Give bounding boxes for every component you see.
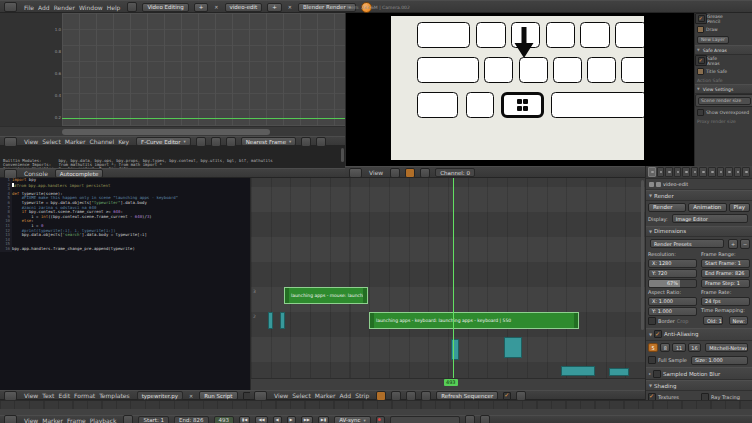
aa-filter-select[interactable]: Mitchell-Netravali [705,343,748,352]
panel-sampled-motion-blur[interactable]: ▸ Sampled Motion Blur [646,367,752,380]
insert-keyframe-icon[interactable] [465,415,475,423]
editor-type-icon[interactable] [4,2,17,12]
tab-render-layers-icon[interactable] [657,167,665,177]
add-scene-button[interactable]: + [267,3,282,12]
console-menu[interactable]: Console [22,170,50,177]
border-checkbox[interactable] [648,317,656,325]
auto-keyframe-record-icon[interactable] [376,416,385,423]
menu-item[interactable]: Playback [88,417,119,423]
tab-render-icon[interactable] [648,167,656,177]
menu-item[interactable]: Marker [40,417,65,423]
aa-size-field[interactable]: Size: 1.000 [691,356,748,365]
ghost-curves-icon[interactable] [211,137,221,147]
resolution-y-field[interactable]: Y: 720 [648,269,697,278]
panel-shading[interactable]: ▼ Shading [646,380,752,391]
playhead[interactable] [453,178,454,384]
sidebar-row[interactable]: Safe Areas [695,45,752,55]
sequencer-view-icon[interactable] [390,168,400,178]
sidebar-row[interactable]: Proxy render size [695,117,752,125]
sidebar-row[interactable]: Show Overexposed [695,107,752,117]
tab-texture-icon[interactable] [725,167,733,177]
jump-end-button[interactable]: ▶▮ [318,416,329,423]
text-editor[interactable]: 1 import bpy 2 #from bpy.app.handlers im… [0,178,250,390]
menu-item[interactable]: Window [77,4,105,11]
sequencer-strip-area[interactable]: 32 launching apps - mouse: launching app… [251,178,646,378]
jump-start-button[interactable]: ▮◀ [239,416,250,423]
console-editor-type-icon[interactable] [4,169,17,179]
vse-editor-type-icon[interactable] [254,391,267,401]
tab-scene-icon[interactable] [665,167,673,177]
menu-item[interactable]: Key [116,138,131,145]
menu-item[interactable]: Select [290,392,313,399]
effect-strip[interactable] [268,312,273,329]
unlink-datablock-icon[interactable]: ✕ [188,393,194,399]
remap-old-field[interactable]: Old: 100 [703,316,723,325]
text-datablock-field[interactable]: typewriter.py [137,391,183,400]
delete-keyframe-icon[interactable] [480,415,490,423]
full-sample-checkbox[interactable] [648,356,656,364]
next-keyframe-button[interactable]: ▶▶ [301,416,313,423]
menu-item[interactable]: View [272,392,290,399]
checkbox[interactable] [697,26,704,33]
tab-physics-icon[interactable] [742,167,750,177]
aa-samples-8-button[interactable]: 8 [660,343,670,352]
tab-object-icon[interactable] [682,167,690,177]
render-animation-button[interactable]: Animation [688,203,726,212]
effect-strip[interactable] [609,368,629,376]
panel-expand-icon[interactable]: ▼ [649,193,652,198]
menu-item[interactable]: Add [338,392,354,399]
tab-world-icon[interactable] [674,167,682,177]
sidebar-row[interactable]: View Settings [695,84,752,94]
menu-item[interactable]: Channel [88,138,117,145]
start-frame-field[interactable]: Start: 1 [138,416,169,423]
auto-snap-select[interactable]: Nearest Frame▾ [241,137,297,146]
show-only-selected-icon[interactable] [196,137,206,147]
checkbox[interactable] [697,109,704,116]
sidebar-row[interactable]: New Layer [695,34,752,45]
sidebar-row[interactable]: Draw [695,24,752,34]
menu-item[interactable]: Render [52,4,77,11]
render-button[interactable]: Render [648,203,686,212]
end-frame-field[interactable]: End Frame: 826 [701,269,750,278]
checkbox[interactable] [698,15,705,22]
menu-item[interactable]: Select [40,138,63,145]
magnet-snap-icon[interactable] [301,137,311,147]
play-reverse-button[interactable]: ◀ [273,416,282,423]
remap-new-field[interactable]: New: 100 [729,316,749,325]
panel-expand-icon[interactable]: ▼ [649,383,652,388]
menu-item[interactable]: File [22,4,36,11]
tab-material-icon[interactable] [717,167,725,177]
menu-item[interactable]: Strip [353,392,371,399]
panel-collapsed-icon[interactable]: ▸ [649,371,651,376]
aa-samples-11-button[interactable]: 11 [672,343,685,352]
sidebar-row[interactable]: Safe Areas [695,55,707,66]
sidebar-row[interactable]: Title Safe [695,66,752,76]
mute-checkbox[interactable] [503,392,511,400]
play-rendered-button[interactable]: Play [729,203,750,212]
view-menu[interactable]: View [367,169,385,176]
menu-item[interactable]: Frame [65,417,88,423]
aspect-x-field[interactable]: X: 1.000 [648,297,697,306]
menu-item[interactable]: Add [36,4,52,11]
text-editor-type-icon[interactable] [4,391,17,401]
play-button[interactable]: ▶ [287,416,296,423]
graph-mode-select[interactable]: F-Curve Editor▾ [136,137,191,146]
proxy-icon[interactable] [516,391,526,401]
menu-item[interactable]: View [22,417,40,423]
fcurve-line[interactable] [62,118,345,119]
luma-waveform-icon[interactable] [420,168,430,178]
sequence-strip[interactable]: launching apps - mouse: launching apps -… [284,287,368,304]
sidebar-row[interactable]: Grease Pencil [695,13,707,24]
normalize-icon[interactable] [226,137,236,147]
graph-editor-type-icon[interactable] [4,137,17,147]
panel-expand-icon[interactable]: ▼ [649,332,652,337]
prev-keyframe-button[interactable]: ◀◀ [255,416,267,423]
menu-item[interactable]: Marker [63,138,88,145]
channel-field[interactable]: Channel: 0 [435,168,475,177]
preview-editor-type-icon[interactable] [349,168,362,178]
display-select[interactable]: Image Editor [672,214,748,223]
current-frame-field[interactable]: 493 [214,416,235,423]
timeline-editor-type-icon[interactable] [4,415,17,423]
menu-item[interactable]: View [22,138,40,145]
smb-enable-checkbox[interactable] [653,370,661,378]
